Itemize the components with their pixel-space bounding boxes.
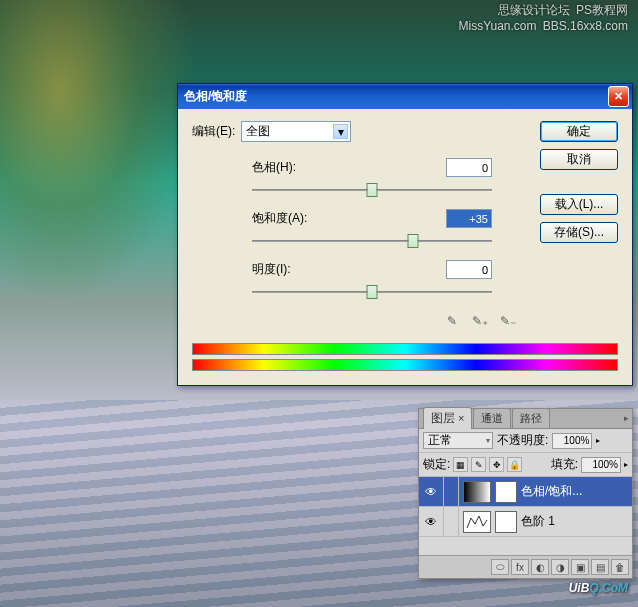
- tab-paths[interactable]: 路径: [512, 408, 550, 428]
- lock-brush-icon[interactable]: ✎: [471, 457, 486, 472]
- new-layer-icon[interactable]: ▤: [591, 559, 609, 575]
- folder-icon[interactable]: ▣: [571, 559, 589, 575]
- saturation-slider[interactable]: [252, 232, 492, 250]
- lock-all-icon[interactable]: 🔒: [507, 457, 522, 472]
- load-button[interactable]: 载入(L)...: [540, 194, 618, 215]
- hue-slider[interactable]: [252, 181, 492, 199]
- fill-label: 填充:: [551, 456, 578, 473]
- layer-mask: [495, 481, 517, 503]
- eyedropper-icon[interactable]: ✎: [442, 311, 462, 331]
- lightness-slider[interactable]: [252, 283, 492, 301]
- save-button[interactable]: 存储(S)...: [540, 222, 618, 243]
- layer-row[interactable]: 👁 色相/饱和...: [419, 477, 632, 507]
- layer-thumbnail: [463, 481, 491, 503]
- spectrum-bar-bottom: [192, 359, 618, 371]
- lightness-input[interactable]: [446, 260, 492, 279]
- hue-label: 色相(H):: [252, 159, 296, 176]
- panel-menu-icon[interactable]: ▸: [624, 413, 629, 423]
- layer-name: 色相/饱和...: [521, 483, 582, 500]
- watermark-bottom: UiBQ.CoM: [569, 576, 628, 597]
- layer-name: 色阶 1: [521, 513, 555, 530]
- visibility-icon[interactable]: 👁: [423, 485, 439, 499]
- dialog-title: 色相/饱和度: [184, 88, 608, 105]
- adjustment-icon[interactable]: ◑: [551, 559, 569, 575]
- chevron-down-icon: ▾: [333, 124, 348, 139]
- opacity-label: 不透明度:: [497, 432, 548, 449]
- lock-transparent-icon[interactable]: ▦: [453, 457, 468, 472]
- ok-button[interactable]: 确定: [540, 121, 618, 142]
- mask-icon[interactable]: ◐: [531, 559, 549, 575]
- titlebar[interactable]: 色相/饱和度 ✕: [178, 84, 632, 109]
- edit-combo[interactable]: 全图 ▾: [241, 121, 351, 142]
- fill-input[interactable]: [581, 457, 621, 473]
- lock-label: 锁定:: [423, 456, 450, 473]
- layer-thumbnail: [463, 511, 491, 533]
- eyedropper-plus-icon[interactable]: ✎₊: [470, 311, 490, 331]
- trash-icon[interactable]: 🗑: [611, 559, 629, 575]
- close-button[interactable]: ✕: [608, 86, 629, 107]
- lock-move-icon[interactable]: ✥: [489, 457, 504, 472]
- tab-channels[interactable]: 通道: [473, 408, 511, 428]
- visibility-icon[interactable]: 👁: [423, 515, 439, 529]
- layer-row[interactable]: 👁 色阶 1: [419, 507, 632, 537]
- edit-label: 编辑(E):: [192, 123, 235, 140]
- opacity-input[interactable]: [552, 433, 592, 449]
- hue-input[interactable]: [446, 158, 492, 177]
- tab-layers[interactable]: 图层 ×: [423, 407, 472, 429]
- spectrum-bar-top: [192, 343, 618, 355]
- cancel-button[interactable]: 取消: [540, 149, 618, 170]
- lightness-label: 明度(I):: [252, 261, 291, 278]
- saturation-label: 饱和度(A):: [252, 210, 307, 227]
- watermark-top: 思缘设计论坛 PS教程网 MissYuan.com BBS.16xx8.com: [458, 3, 628, 34]
- hue-saturation-dialog: 色相/饱和度 ✕ 编辑(E): 全图 ▾ 色相(H): 饱和度(A):: [177, 83, 633, 386]
- blend-mode-combo[interactable]: 正常▾: [423, 432, 493, 449]
- saturation-input[interactable]: [446, 209, 492, 228]
- layer-mask: [495, 511, 517, 533]
- link-layers-icon[interactable]: ⬭: [491, 559, 509, 575]
- layers-panel: 图层 × 通道 路径 ▸ 正常▾ 不透明度: ▸ 锁定: ▦ ✎ ✥ 🔒 填充:…: [418, 408, 633, 579]
- eyedropper-minus-icon[interactable]: ✎₋: [498, 311, 518, 331]
- fx-icon[interactable]: fx: [511, 559, 529, 575]
